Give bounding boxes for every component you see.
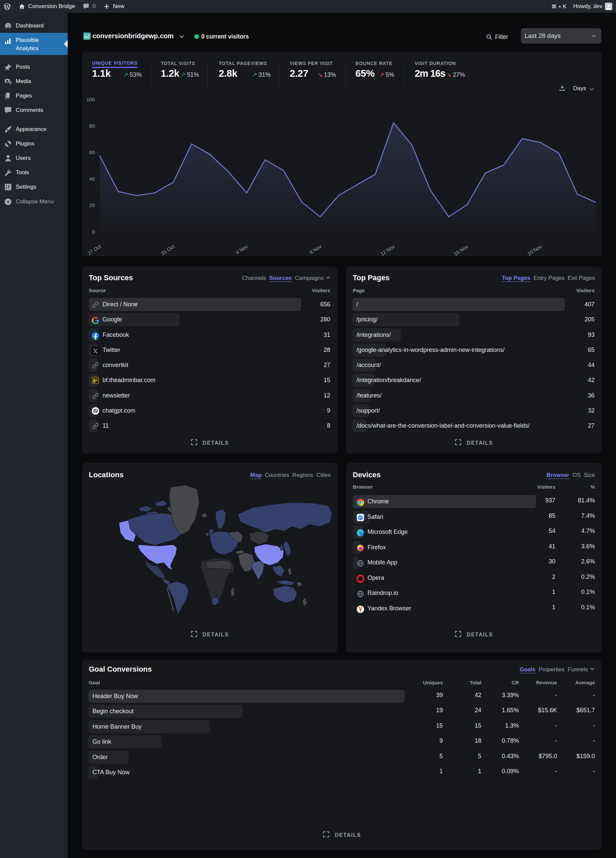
svg-text:0: 0 <box>92 229 95 235</box>
svg-text:40: 40 <box>89 176 95 182</box>
svg-text:80: 80 <box>89 123 95 129</box>
svg-text:8 Nov: 8 Nov <box>309 243 323 255</box>
svg-text:4 Nov: 4 Nov <box>235 243 249 255</box>
svg-text:31 Oct: 31 Oct <box>160 243 175 256</box>
svg-text:12 Nov: 12 Nov <box>380 243 396 256</box>
svg-text:20 Nov: 20 Nov <box>526 243 543 256</box>
svg-text:100: 100 <box>87 96 95 102</box>
svg-text:16 Nov: 16 Nov <box>453 243 470 256</box>
svg-text:27 Oct: 27 Oct <box>87 243 102 256</box>
svg-text:20: 20 <box>89 202 95 208</box>
svg-text:60: 60 <box>89 149 95 155</box>
